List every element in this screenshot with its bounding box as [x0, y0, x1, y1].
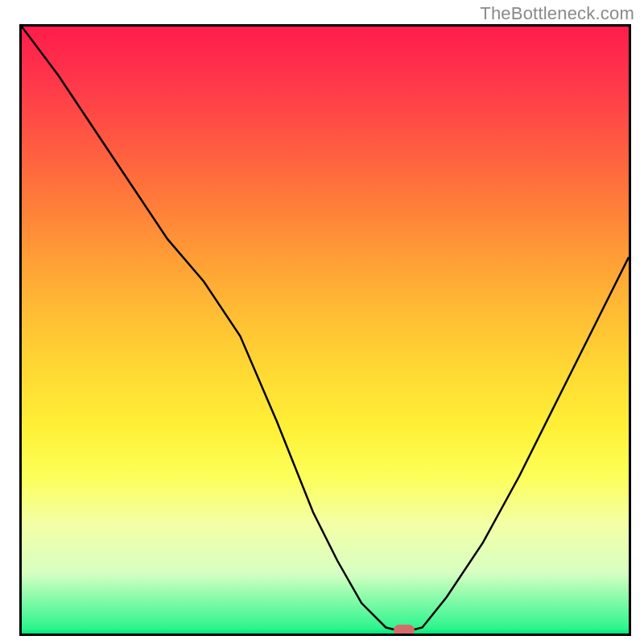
chart-frame: TheBottleneck.com [0, 0, 644, 644]
curve-line [22, 27, 629, 630]
plot-area [19, 24, 631, 636]
watermark-text: TheBottleneck.com [480, 3, 634, 24]
bottleneck-curve [22, 27, 629, 634]
optimal-point-marker [394, 625, 415, 636]
